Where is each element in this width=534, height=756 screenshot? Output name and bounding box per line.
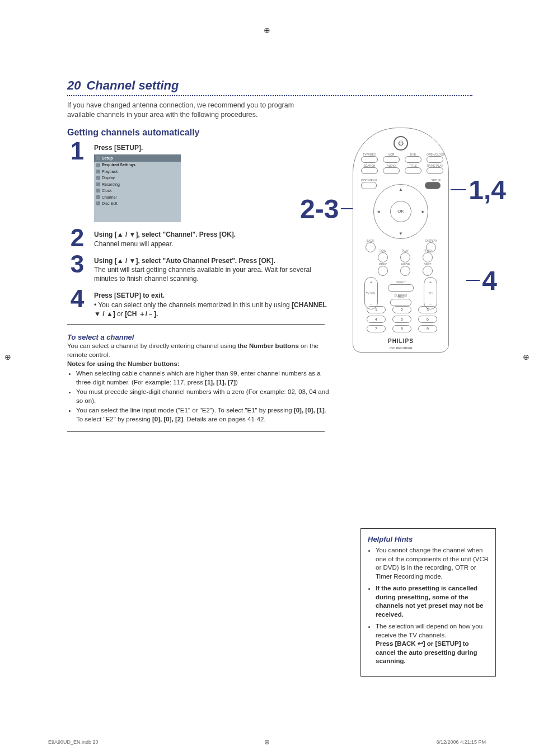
divider [67,324,325,325]
divider [67,431,325,432]
arrow-down-icon: ▼ [399,231,403,236]
menu-icon [96,201,100,205]
menu-icon [96,163,100,167]
section-title: Channel setting [86,78,179,93]
crop-mark-icon: ⊕ [523,353,530,361]
crop-mark-icon: ⊕ [264,738,270,746]
step-instruction: Using [▲ / ▼], select "Channel". Press [… [94,231,236,238]
number-pad: 1 2 3 4 5 6 7 8 9 [367,306,437,332]
step-2: 2 Using [▲ / ▼], select "Channel". Press… [67,228,330,248]
page-title: 20 Channel setting [67,78,472,93]
step-number: 4 [67,289,87,318]
list-item: If the auto presetting is cancelled duri… [376,584,489,619]
step-key: [CH ＋/－]. [125,310,158,318]
device-label: DVD RECORDER [353,346,448,350]
menu-icon [96,176,100,180]
tv-vol-rocker: +TV VOL.− [364,277,378,309]
brand-label: PHILIPS [353,338,448,344]
step-number: 2 [67,228,87,248]
crop-mark-icon: ⊕ [264,26,270,35]
ch-rocker: +CH− [424,277,437,309]
step-number: 3 [67,254,87,284]
step-3: 3 Using [▲ / ▼], select "Auto Channel Pr… [67,254,330,284]
menu-icon [96,195,100,199]
step-1: 1 Press [SETUP]. Setup Required Settings… [67,141,330,223]
menu-icon [96,170,100,173]
divider [67,95,472,96]
ok-button: OK [390,201,411,222]
dpad-ring: OK ▲ ▼ ◄ ► [373,184,428,239]
notes-label: Notes for using the Number buttons: [67,360,330,369]
arrow-right-icon: ► [421,209,425,214]
list-item: You cannot change the channel when one o… [376,546,489,581]
step-detail: Channel menu will appear. [94,240,173,248]
footer-right: 6/12/2006 4:21:15 PM [436,739,486,745]
step-4: 4 Press [SETUP] to exit. • You can selec… [67,289,330,318]
step-detail: or [117,310,125,318]
menu-icon [96,156,100,160]
list-item: You must precede single-digit channel nu… [76,388,330,405]
channel-select-notes: To select a channel You can select a cha… [67,332,330,428]
step-detail: • You can select only the channels memor… [94,301,292,309]
power-icon: ⏻ [394,136,408,151]
arrow-left-icon: ◄ [376,209,381,214]
callout-2-3: 2-3 [300,194,359,224]
helpful-hints-box: Helpful Hints You cannot change the chan… [360,528,496,677]
arrow-up-icon: ▲ [399,187,403,192]
crop-mark-icon: ⊕ [4,353,11,361]
list-item: You can select the line input mode ("E1"… [76,406,330,424]
osd-setup-menu: Setup Required Settings Playback Display… [94,154,181,223]
list-item: The selection will depend on how you rec… [376,622,489,666]
list-item: When selecting cable channels which are … [76,369,330,387]
intro-text: If you have changed antenna connection, … [67,101,313,120]
remote-control-diagram: ⏻ TV/VIDEO VCR DVD OPEN/CLOSE SEARCH AUD… [353,128,449,353]
callout-1-4: 1,4 [451,175,506,205]
step-instruction: Press [SETUP] to exit. [94,292,165,299]
page-footer: E9A90UD_EN.indb 20 ⊕ 6/12/2006 4:21:15 P… [48,738,486,746]
footer-left: E9A90UD_EN.indb 20 [48,739,99,745]
step-instruction: Press [SETUP]. [94,143,181,152]
step-instruction: Using [▲ / ▼], select "Auto Channel Pres… [94,257,275,265]
hints-title: Helpful Hints [368,534,489,544]
notes-title: To select a channel [67,332,330,342]
menu-icon [96,189,100,192]
page-number: 20 [67,78,81,93]
step-number: 1 [67,141,87,223]
menu-icon [96,182,100,186]
manual-page: ⊕ ⊕ ⊕ 20 Channel setting If you have cha… [0,0,534,756]
callout-4: 4 [466,265,497,296]
step-detail: The unit will start getting channels ava… [94,266,311,283]
